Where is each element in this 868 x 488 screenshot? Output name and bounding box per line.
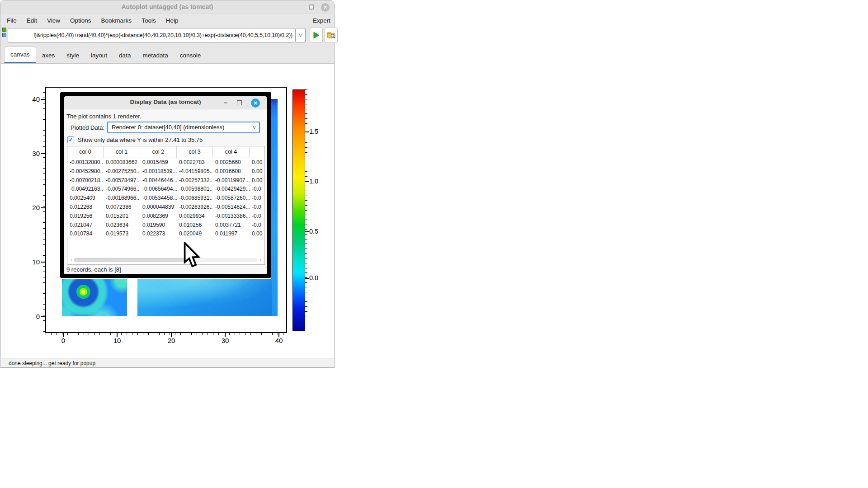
tab-canvas[interactable]: canvas [4, 47, 36, 63]
table-row[interactable]: 0.0025409 -0.00168966... -0.00534458... … [67, 194, 264, 203]
column-header[interactable]: col 1 [104, 146, 140, 158]
renderer-count-text: The plot contains 1 renderer. [66, 113, 142, 120]
table-cell: -0.00275250... [104, 167, 140, 176]
menu-bookmarks[interactable]: Bookmarks [96, 17, 137, 24]
table-cell: -0.00700218... [67, 176, 104, 185]
scrollbar-track[interactable] [74, 258, 258, 262]
y-tick-label: 10 [25, 258, 40, 266]
dialog-minimize-button[interactable]: – [224, 99, 227, 106]
table-cell: 0.000083662 [104, 158, 140, 167]
table-cell: -0.00263926... [177, 203, 213, 212]
scroll-right-arrow[interactable]: › [258, 257, 264, 263]
table-cell: 0.019256 [67, 212, 104, 221]
uri-dropdown-button[interactable]: ∨ [296, 28, 306, 42]
combobox-value: Renderer 0: dataset[40,40] (dimensionles… [112, 124, 224, 131]
table-cell: -0.00685931... [177, 194, 213, 203]
table-cell: 0.020049 [177, 230, 213, 239]
chevron-down-icon: ∨ [298, 32, 303, 38]
uri-input[interactable]: l)&ripples(40,40)+rand(40,40)*(exp(-dist… [8, 28, 296, 42]
table-cell: -0.00168966... [104, 194, 140, 203]
table-cell: 0.00 [250, 158, 264, 167]
dialog-titlebar[interactable]: Display Data (as tomcat) – ✕ [64, 96, 267, 109]
table-row[interactable]: 0.010784 0.019573 0.022373 0.020049 0.01… [67, 230, 264, 239]
heatmap-ripple-fragment [62, 279, 127, 316]
y-major-tick [41, 316, 46, 317]
table-cell: -0.0 [250, 194, 264, 203]
y-major-tick [41, 207, 46, 208]
table-row[interactable]: 0.019256 0.015201 0.0082369 0.0029934 -0… [67, 212, 264, 221]
tab-console[interactable]: console [174, 48, 207, 63]
table-row[interactable]: -0.00132880... 0.000083662 0.0015459 0.0… [67, 158, 264, 167]
dialog-close-button[interactable]: ✕ [251, 99, 260, 108]
table-cell: 0.010256 [177, 221, 213, 230]
column-header[interactable]: col 3 [177, 146, 213, 158]
menu-edit[interactable]: Edit [22, 17, 42, 24]
y-tick-label: 0 [25, 313, 40, 320]
table-row[interactable]: -0.00700218... -0.00578497... -0.0044644… [67, 176, 264, 185]
column-header[interactable]: col 0 [67, 146, 104, 158]
colorbar-tick-label: 1.0 [309, 178, 325, 185]
tab-layout[interactable]: layout [85, 48, 113, 63]
menu-options[interactable]: Options [65, 17, 96, 24]
plot-go-button[interactable] [310, 28, 323, 43]
scrollbar-thumb[interactable] [74, 258, 184, 262]
table-cell: -0.00492163... [67, 185, 104, 194]
table-cell: 0.0025660 [213, 158, 250, 167]
window-title: Autoplot untagged (as tomcat) [0, 3, 334, 10]
y-tick-label: 30 [25, 150, 40, 157]
plotted-data-combobox[interactable]: Renderer 0: dataset[40,40] (dimensionles… [107, 122, 260, 133]
table-cell: 0.0022783 [177, 158, 213, 167]
filter-checkbox-label: Show only data where Y is within 27.41 t… [78, 136, 203, 143]
folder-search-icon [327, 32, 336, 39]
scroll-left-arrow[interactable]: ‹ [68, 257, 74, 263]
table-cell: 0.0082369 [140, 212, 177, 221]
menu-view[interactable]: View [42, 17, 65, 24]
filter-checkbox[interactable]: ✓ [67, 136, 74, 143]
column-header[interactable]: col 4 [213, 146, 250, 158]
tab-axes[interactable]: axes [36, 48, 61, 63]
colorbar-tick-label: 0.5 [309, 228, 325, 235]
data-table[interactable]: col 0 col 1 col 2 col 3 col 4 -0.0013288… [67, 146, 265, 265]
table-cell: 0.00 [250, 167, 264, 176]
y-major-tick [41, 153, 46, 154]
tab-metadata[interactable]: metadata [137, 48, 174, 63]
maximize-icon [309, 5, 314, 9]
y-major-tick [41, 262, 46, 263]
window-close-button[interactable]: ✕ [321, 3, 330, 12]
column-header[interactable]: col 2 [140, 146, 177, 158]
menu-help[interactable]: Help [161, 17, 184, 24]
horizontal-scrollbar[interactable]: ‹ › [68, 257, 264, 263]
expert-menu[interactable]: Expert [313, 17, 330, 24]
y-tick-label: 40 [25, 95, 40, 103]
open-file-button[interactable] [325, 28, 338, 43]
column-header[interactable] [250, 146, 264, 158]
main-tab-bar: canvas axes style layout data metadata c… [0, 45, 334, 63]
window-minimize-button[interactable]: – [293, 3, 302, 11]
dialog-maximize-button[interactable] [237, 99, 242, 107]
data-source-blue-icon [2, 33, 6, 37]
plot-canvas[interactable]: 0 10 20 30 40 40 30 20 10 0 1.5 1.0 0.5 … [1, 63, 334, 358]
table-header-row: col 0 col 1 col 2 col 3 col 4 [67, 146, 264, 158]
window-titlebar[interactable]: Autoplot untagged (as tomcat) – ✕ [0, 0, 334, 14]
table-cell: -0.00656494... [140, 185, 177, 194]
table-cell: -0.0 [250, 212, 264, 221]
table-cell: 0.00 [250, 176, 264, 185]
window-maximize-button[interactable] [307, 3, 315, 11]
menu-tools[interactable]: Tools [137, 17, 161, 24]
tab-style[interactable]: style [61, 48, 85, 63]
table-row[interactable]: -0.00492163... -0.00574966... -0.0065649… [67, 185, 264, 194]
table-cell: 0.0037721 [213, 221, 250, 230]
tab-data[interactable]: data [113, 48, 137, 63]
x-tick-label: 20 [164, 337, 179, 344]
table-row[interactable]: 0.012268 0.0072386 0.000044839 -0.002639… [67, 203, 264, 212]
play-icon [313, 32, 320, 39]
table-cell: -0.00578497... [104, 176, 140, 185]
table-row[interactable]: -0.00452980... -0.00275250... -0.0011853… [67, 167, 264, 176]
table-row[interactable]: 0.021047 0.023634 0.019590 0.010256 0.00… [67, 221, 264, 230]
table-cell: 0.010784 [67, 230, 104, 239]
table-cell: -0.00446446... [140, 176, 177, 185]
display-data-dialog: Display Data (as tomcat) – ✕ The plot co… [60, 92, 271, 278]
menu-file[interactable]: File [2, 17, 22, 24]
table-cell: 0.015201 [104, 212, 140, 221]
colorbar-tick-label: 1.5 [309, 128, 325, 135]
